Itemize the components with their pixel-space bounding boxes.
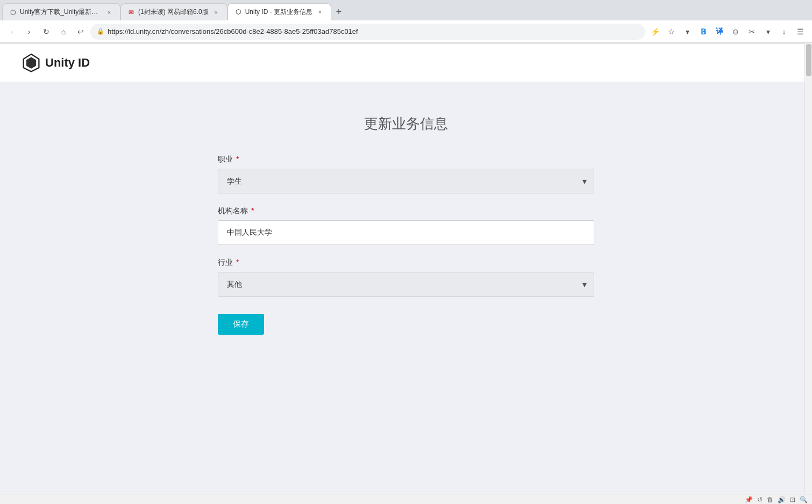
status-icon-search[interactable]: 🔍 [800, 496, 808, 503]
tab-favicon-3: ⬡ [234, 8, 242, 16]
tab-favicon-1: ⬡ [9, 9, 17, 16]
tab-close-1[interactable]: × [105, 8, 113, 17]
bookmark-list-btn[interactable]: ▾ [680, 24, 695, 39]
industry-select[interactable]: 其他 教育 游戏 影视 建筑 [218, 272, 594, 297]
save-button[interactable]: 保存 [218, 314, 264, 335]
organization-required: * [249, 206, 254, 215]
status-bar: 📌 ↺ 🗑 🔊 ⊡ 🔍 [0, 494, 812, 504]
tab-favicon-2: ✉ [127, 9, 135, 16]
forward-button[interactable]: › [22, 24, 37, 39]
address-input-container[interactable]: 🔒 https://id.unity.cn/zh/conversations/2… [90, 24, 645, 40]
scrollbar-track[interactable] [804, 43, 812, 493]
unity-logo-icon [22, 53, 41, 73]
new-tab-button[interactable]: + [331, 4, 346, 19]
tab-bar: ⬡ Unity官方下载_Unity最新版_从U... × ✉ (1封未读) 网易… [0, 0, 812, 20]
status-icon-pin[interactable]: 📌 [745, 496, 753, 503]
status-icon-sound[interactable]: 🔊 [778, 496, 786, 503]
occupation-group: 职业 * 学生 开发者 艺术家 其他 [218, 155, 594, 193]
menu-btn[interactable]: ☰ [793, 24, 808, 39]
tab-unity-download[interactable]: ⬡ Unity官方下载_Unity最新版_从U... × [2, 3, 120, 20]
status-icon-refresh[interactable]: ↺ [757, 496, 763, 503]
download-btn[interactable]: ↓ [777, 24, 792, 39]
occupation-select[interactable]: 学生 开发者 艺术家 其他 [218, 169, 594, 193]
industry-select-wrapper: 其他 教育 游戏 影视 建筑 [218, 272, 594, 297]
main-area: 更新业务信息 职业 * 学生 开发者 艺术家 其他 机构 [0, 82, 812, 494]
occupation-label: 职业 * [218, 155, 594, 164]
zoom-out-btn[interactable]: ⊖ [728, 24, 743, 39]
organization-input[interactable] [218, 220, 594, 245]
translate-btn[interactable]: 译 [712, 24, 727, 39]
back-button[interactable]: ‹ [4, 24, 19, 39]
svg-marker-1 [26, 57, 36, 69]
organization-label: 机构名称 * [218, 206, 594, 216]
tab-title-1: Unity官方下载_Unity最新版_从U... [20, 8, 102, 17]
home-button[interactable]: ⌂ [56, 24, 71, 39]
tab-netease-mail[interactable]: ✉ (1封未读) 网易邮箱6.0版 × [120, 3, 227, 20]
industry-required: * [234, 258, 239, 267]
tab-close-2[interactable]: × [212, 8, 220, 17]
page-content: Unity ID 更新业务信息 职业 * 学生 开发者 艺术家 其他 [0, 44, 812, 494]
form-container: 更新业务信息 职业 * 学生 开发者 艺术家 其他 机构 [218, 114, 594, 462]
organization-group: 机构名称 * [218, 206, 594, 245]
tab-title-2: (1封未读) 网易邮箱6.0版 [138, 8, 209, 17]
tab-unity-id[interactable]: ⬡ Unity ID - 更新业务信息 × [227, 3, 331, 20]
back-history-button[interactable]: ↩ [73, 24, 88, 39]
tab-close-3[interactable]: × [316, 8, 324, 16]
form-title: 更新业务信息 [218, 114, 594, 133]
bookmark-star-btn[interactable]: ☆ [664, 24, 679, 39]
lightning-icon-btn[interactable]: ⚡ [647, 24, 663, 39]
edge-btn[interactable]: 𝔹 [696, 24, 711, 39]
address-bar: ‹ › ↻ ⌂ ↩ 🔒 https://id.unity.cn/zh/conve… [0, 20, 812, 43]
status-icon-delete[interactable]: 🗑 [767, 496, 773, 503]
status-icon-screen[interactable]: ⊡ [790, 496, 795, 503]
unity-logo-text: Unity ID [45, 56, 90, 70]
scrollbar-thumb[interactable] [806, 44, 811, 76]
tab-title-3: Unity ID - 更新业务信息 [245, 8, 312, 17]
occupation-required: * [234, 155, 239, 163]
toolbar-icons: ⚡ ☆ ▾ 𝔹 译 ⊖ ✂ ▾ ↓ ☰ [647, 24, 808, 39]
refresh-button[interactable]: ↻ [39, 24, 54, 39]
browser-chrome: ⬡ Unity官方下载_Unity最新版_从U... × ✉ (1封未读) 网易… [0, 0, 812, 44]
scissors-btn[interactable]: ✂ [744, 24, 759, 39]
occupation-select-wrapper: 学生 开发者 艺术家 其他 [218, 169, 594, 193]
industry-label: 行业 * [218, 258, 594, 268]
site-header: Unity ID [0, 44, 812, 82]
industry-group: 行业 * 其他 教育 游戏 影视 建筑 [218, 258, 594, 297]
more-btn[interactable]: ▾ [760, 24, 775, 39]
unity-logo: Unity ID [22, 53, 90, 73]
url-text: https://id.unity.cn/zh/conversations/26c… [108, 27, 639, 35]
lock-icon: 🔒 [97, 28, 104, 35]
